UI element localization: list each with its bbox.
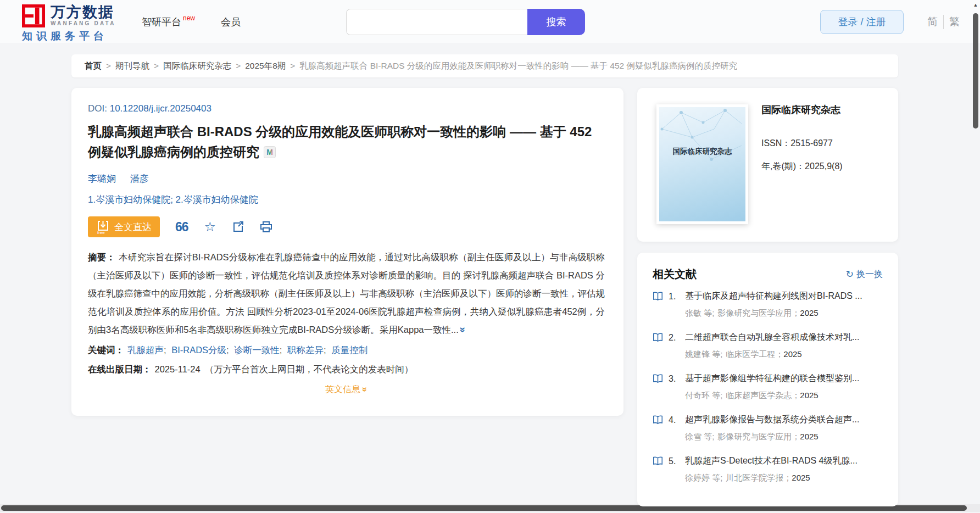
wanfang-logo[interactable]: 万方数据 WANFANG DATA 知识服务平台 — [22, 4, 116, 43]
journal-name[interactable]: 国际临床研究杂志 — [761, 103, 840, 116]
brand-name-en: WANFANG DATA — [51, 20, 116, 26]
author-link[interactable]: 潘彦 — [130, 174, 149, 184]
m-badge-icon: M — [264, 143, 276, 164]
related-title: 相关文献 — [653, 267, 697, 282]
top-header: 万方数据 WANFANG DATA 知识服务平台 智研平台new 会员 搜索 登… — [0, 0, 980, 43]
breadcrumb-current: 乳腺高频超声联合 BI-RADS 分级的应用效能及医师职称对一致性的影响 —— … — [299, 60, 737, 72]
keyword-separator: ; — [280, 345, 285, 355]
svg-text:M: M — [266, 148, 273, 157]
breadcrumb-item[interactable]: 期刊导航 — [115, 60, 149, 72]
related-list: 1.基于临床及超声特征构建列线图对BI-RADS ...张敏 等;影像研究与医学… — [653, 291, 883, 497]
related-item-title[interactable]: 基于临床及超声特征构建列线图对BI-RADS ... — [685, 291, 862, 302]
author-list: 李璐娴潘彦 — [88, 172, 605, 185]
abstract: 摘要：本研究宗旨在探讨BI-RADS分级标准在乳腺癌筛查中的应用效能，通过对比高… — [88, 248, 605, 339]
related-item-year: 2025 — [800, 308, 818, 317]
new-badge: new — [183, 14, 195, 22]
breadcrumb-separator: > — [290, 61, 295, 71]
related-item-title[interactable]: 乳腺超声S-Detect技术在BI-RADS 4级乳腺... — [685, 455, 858, 467]
related-item-title[interactable]: 超声乳腺影像报告与数据系统分类联合超声... — [685, 414, 859, 426]
lang-traditional[interactable]: 繁 — [943, 15, 965, 29]
article-card: DOI: 10.12208/j.ijcr.20250403 乳腺高频超声联合 B… — [71, 88, 623, 416]
refresh-icon: ↻ — [846, 269, 854, 280]
related-item-authors: 徐婷婷 等; — [685, 473, 722, 482]
breadcrumb-item[interactable]: 首页 — [85, 60, 102, 72]
english-info-link[interactable]: 英文信息 — [325, 384, 360, 394]
journal-card: 国际临床研究杂志 国际临床研究杂志 ISSN：2515-6977 年,卷(期)：… — [637, 88, 898, 242]
favorite-star-icon[interactable]: ☆ — [204, 221, 216, 232]
related-item-title[interactable]: 二维超声联合自动乳腺全容积成像技术对乳... — [685, 332, 859, 343]
doi-link[interactable]: 10.12208/j.ijcr.20250403 — [110, 103, 211, 114]
related-literature-card: 相关文献 ↻换一换 1.基于临床及超声特征构建列线图对BI-RADS ...张敏… — [637, 253, 898, 506]
language-switch: 简 繁 — [922, 15, 965, 29]
abstract-text: 本研究宗旨在探讨BI-RADS分级标准在乳腺癌筛查中的应用效能，通过对比高级职称… — [88, 252, 605, 334]
nav-item-member[interactable]: 会员 — [221, 15, 241, 29]
share-icon[interactable] — [232, 221, 244, 233]
related-item-meta-row: 张敏 等;影像研究与医学应用；2025 — [685, 308, 883, 319]
book-icon — [653, 456, 663, 466]
cover-network-decoration — [659, 107, 745, 173]
nav-item-zhiyan-platform[interactable]: 智研平台new — [142, 15, 193, 29]
related-item: 5.乳腺超声S-Detect技术在BI-RADS 4级乳腺...徐婷婷 等;川北… — [653, 455, 883, 497]
related-item-journal: 影像研究与医学应用； — [717, 308, 800, 317]
related-item-authors: 徐雪 等; — [685, 432, 714, 441]
related-item: 3.基于超声影像组学特征构建的联合模型鉴别...付奇环 等;临床超声医学杂志；2… — [653, 373, 883, 414]
breadcrumb-separator: > — [106, 61, 111, 71]
keyword-separator: ; — [164, 345, 169, 355]
issn-value: 2515-6977 — [790, 138, 833, 148]
login-register-button[interactable]: 登录 / 注册 — [820, 10, 904, 34]
journal-cover[interactable]: 国际临床研究杂志 — [656, 104, 748, 224]
search-button[interactable]: 搜索 — [527, 9, 585, 35]
keyword-link[interactable]: 职称差异 — [287, 345, 324, 355]
breadcrumb-item[interactable]: 2025年8期 — [245, 60, 286, 72]
volume-value: 2025,9(8) — [805, 161, 843, 171]
keyword-link[interactable]: 乳腺超声 — [127, 345, 164, 355]
related-item-number: 1. — [669, 292, 685, 302]
keyword-link[interactable]: 诊断一致性 — [234, 345, 280, 355]
author-link[interactable]: 李璐娴 — [88, 174, 116, 184]
keyword-separator: ; — [324, 345, 328, 355]
expand-abstract-icon[interactable]: » — [453, 327, 471, 332]
fulltext-button[interactable]: free 全文直达 — [88, 216, 160, 237]
related-item: 1.基于临床及超声特征构建列线图对BI-RADS ...张敏 等;影像研究与医学… — [653, 291, 883, 332]
publish-date-row: 在线出版日期：2025-11-24（万方平台首次上网日期，不代表论文的发表时间） — [88, 364, 605, 376]
search-box: 搜索 — [346, 9, 585, 35]
article-title: 乳腺高频超声联合 BI-RADS 分级的应用效能及医师职称对一致性的影响 —— … — [88, 121, 604, 164]
related-item-title-row: 1.基于临床及超声特征构建列线图对BI-RADS ... — [653, 291, 883, 302]
related-item-meta-row: 徐雪 等;影像研究与医学应用；2025 — [685, 432, 883, 442]
lang-simplified[interactable]: 简 — [922, 15, 943, 29]
related-item-year: 2025 — [783, 349, 801, 359]
related-item-journal: 临床超声医学杂志； — [726, 391, 800, 400]
scrollbar-up-arrow-icon[interactable]: ▲ — [971, 2, 980, 8]
related-item-title-row: 5.乳腺超声S-Detect技术在BI-RADS 4级乳腺... — [653, 455, 883, 467]
related-item-title[interactable]: 基于超声影像组学特征构建的联合模型鉴别... — [685, 373, 859, 384]
english-info-row: 英文信息» — [88, 384, 605, 395]
refresh-related-button[interactable]: ↻换一换 — [846, 269, 883, 280]
keyword-separator: ; — [226, 345, 231, 355]
search-input[interactable] — [346, 9, 527, 35]
abstract-label: 摘要： — [88, 252, 115, 262]
brand-name-cn: 万方数据 — [51, 4, 116, 20]
related-item-year: 2025 — [792, 473, 810, 482]
affiliations[interactable]: 1.岑溪市妇幼保健院; 2.岑溪市妇幼保健院 — [88, 193, 605, 206]
keywords-row: 关键词：乳腺超声; BI-RADS分级; 诊断一致性; 职称差异; 质量控制 — [88, 344, 605, 356]
keyword-link[interactable]: 质量控制 — [331, 345, 368, 355]
brand-tagline: 知识服务平台 — [22, 29, 116, 43]
cite-icon[interactable]: 66 — [175, 220, 188, 235]
volume-label: 年,卷(期)： — [761, 161, 805, 171]
doi-label: DOI: — [88, 103, 107, 114]
breadcrumb-item[interactable]: 国际临床研究杂志 — [163, 60, 231, 72]
book-icon — [653, 292, 663, 301]
print-icon[interactable] — [260, 221, 272, 233]
related-item-journal: 影像研究与医学应用； — [717, 432, 800, 441]
publish-date-note: （万方平台首次上网日期，不代表论文的发表时间） — [205, 364, 414, 374]
issn-label: ISSN： — [761, 138, 790, 148]
wanfang-logo-icon — [22, 4, 45, 27]
related-item-authors: 张敏 等; — [685, 308, 714, 317]
related-item-authors: 姚建锋 等; — [685, 349, 722, 359]
related-item-year: 2025 — [800, 391, 818, 400]
english-info-chevron-icon: » — [360, 387, 370, 392]
svg-text:free: free — [97, 230, 105, 235]
keyword-link[interactable]: BI-RADS分级 — [171, 345, 226, 355]
journal-volume-row: 年,卷(期)：2025,9(8) — [761, 161, 843, 172]
vertical-scrollbar-thumb[interactable] — [973, 13, 978, 129]
